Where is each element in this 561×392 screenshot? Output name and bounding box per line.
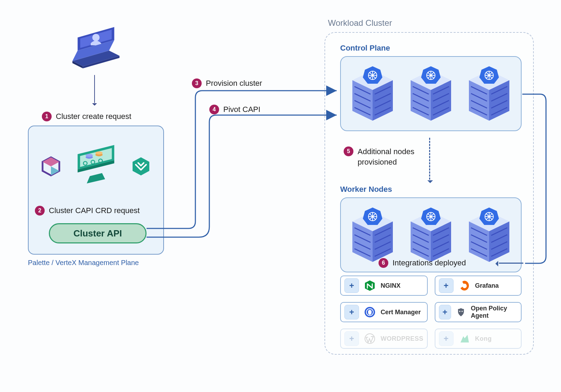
arrow-laptop-to-mgmt xyxy=(94,75,95,103)
svg-marker-8 xyxy=(43,157,59,166)
monitor-dashboard-icon xyxy=(72,142,120,191)
server-node-icon xyxy=(465,64,514,123)
integration-name: Cert Manager xyxy=(381,309,421,316)
integration-name: Kong xyxy=(475,335,492,342)
svg-point-127 xyxy=(459,311,460,312)
kong-logo-icon xyxy=(458,333,470,345)
control-plane-panel xyxy=(340,56,522,131)
cluster-api-label: Cluster API xyxy=(73,228,122,239)
step-3-text: Provision cluster xyxy=(206,79,262,88)
integration-card-certmanager: + Cert Manager xyxy=(340,302,428,322)
step-2-text: Cluster CAPI CRD request xyxy=(49,206,140,215)
svg-point-128 xyxy=(462,311,463,312)
integration-name: Grafana xyxy=(475,282,499,289)
opa-logo-icon xyxy=(456,306,466,318)
step-5: 5 Additional nodes provisioned xyxy=(344,146,414,167)
integration-card-nginx: + NGINX xyxy=(340,276,428,296)
control-plane-section: Control Plane xyxy=(340,44,522,131)
cluster-api-pill: Cluster API xyxy=(49,223,147,243)
svg-point-2 xyxy=(92,34,100,41)
integrations-grid: + NGINX + Grafana + Cert Manager + Open … xyxy=(340,276,522,349)
add-integration-button[interactable]: + xyxy=(439,305,451,319)
integration-card-opa: + Open Policy Agent xyxy=(435,302,522,322)
integration-card-wordpress: + WORDPRESS xyxy=(340,329,428,349)
svg-point-17 xyxy=(95,151,103,154)
step-6-badge: 6 xyxy=(379,258,388,268)
integration-name: NGINX xyxy=(381,282,401,289)
integration-name: WORDPRESS xyxy=(381,335,424,342)
palette-logo-icon xyxy=(40,156,61,177)
control-plane-title: Control Plane xyxy=(340,44,522,53)
step-1-text: Cluster create request xyxy=(56,112,131,121)
step-1-badge: 1 xyxy=(42,112,52,121)
laptop-icon xyxy=(70,21,122,70)
server-node-icon xyxy=(348,64,397,123)
nginx-logo-icon xyxy=(364,280,376,292)
add-integration-button[interactable]: + xyxy=(344,278,359,293)
integration-card-kong: + Kong xyxy=(435,329,522,349)
add-integration-button[interactable]: + xyxy=(344,331,359,346)
mgmt-icons xyxy=(36,133,156,199)
step-4: 4 Pivot CAPI xyxy=(209,105,260,114)
step-4-text: Pivot CAPI xyxy=(223,105,260,114)
step-5-badge: 5 xyxy=(344,146,353,156)
step-2: 2 Cluster CAPI CRD request xyxy=(35,206,140,216)
diagram-canvas: 1 Cluster create request 3 Provision clu… xyxy=(0,0,561,392)
arrow-controlplane-to-workers xyxy=(429,138,430,180)
svg-marker-13 xyxy=(87,173,105,183)
server-node-icon xyxy=(465,205,514,265)
step-3-badge: 3 xyxy=(192,78,202,88)
server-node-icon xyxy=(406,205,455,265)
integration-card-grafana: + Grafana xyxy=(435,276,522,296)
step-2-badge: 2 xyxy=(35,206,45,216)
step-6: 6 Integrations deployed xyxy=(379,258,466,268)
add-integration-button[interactable]: + xyxy=(439,331,454,346)
server-node-icon xyxy=(406,64,455,123)
step-6-text: Integrations deployed xyxy=(392,258,466,267)
step-4-badge: 4 xyxy=(209,105,219,114)
wordpress-logo-icon xyxy=(364,333,376,345)
add-integration-button[interactable]: + xyxy=(439,278,454,293)
step-5-text: Additional nodes provisioned xyxy=(358,146,414,167)
workload-cluster-title: Workload Cluster xyxy=(328,18,392,28)
certmanager-logo-icon xyxy=(364,306,376,318)
integration-name: Open Policy Agent xyxy=(471,305,518,319)
vertex-logo-icon xyxy=(130,156,151,177)
worker-nodes-title: Worker Nodes xyxy=(340,185,522,194)
arrow-to-integrations xyxy=(499,263,523,264)
grafana-logo-icon xyxy=(458,280,470,292)
add-integration-button[interactable]: + xyxy=(344,305,359,319)
mgmt-plane-caption: Palette / VerteX Management Plane xyxy=(28,259,139,267)
svg-point-15 xyxy=(85,154,93,157)
step-3: 3 Provision cluster xyxy=(192,78,262,88)
step-1: 1 Cluster create request xyxy=(42,112,131,121)
server-node-icon xyxy=(348,205,397,265)
